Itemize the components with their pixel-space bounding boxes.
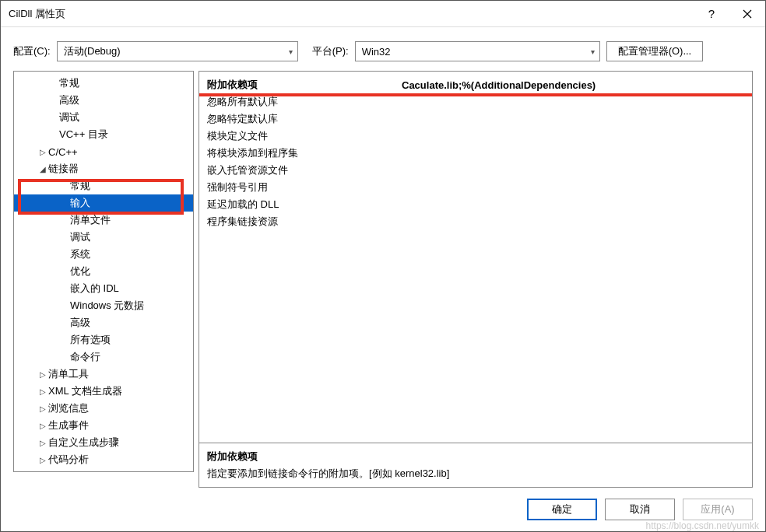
description-box: 附加依赖项 指定要添加到链接命令行的附加项。[例如 kernel32.lib]: [199, 443, 753, 488]
tree-item-label: 自定义生成步骤: [48, 436, 119, 450]
property-row[interactable]: 强制符号引用: [199, 179, 752, 196]
tree-item[interactable]: Windows 元数据: [14, 297, 193, 314]
tree-item-label: 常规: [59, 76, 79, 90]
configuration-manager-button[interactable]: 配置管理器(O)...: [606, 41, 704, 61]
tree-item[interactable]: ▷自定义生成步骤: [14, 434, 193, 451]
property-label: 嵌入托管资源文件: [199, 163, 402, 177]
tree-item-label: 优化: [70, 264, 90, 278]
tree-item-label: 调试: [70, 230, 90, 244]
property-value[interactable]: Caculate.lib;%(AdditionalDependencies): [402, 79, 752, 91]
config-label: 配置(C):: [13, 44, 51, 58]
tree-expand-icon[interactable]: ▷: [37, 370, 48, 379]
close-icon: [743, 9, 752, 19]
property-label: 强制符号引用: [199, 180, 402, 194]
platform-label: 平台(P):: [312, 44, 349, 58]
body: 常规高级调试VC++ 目录▷C/C++◢链接器常规输入清单文件调试系统优化嵌入的…: [1, 65, 765, 488]
tree-item-label: XML 文档生成器: [48, 384, 122, 398]
ok-button[interactable]: 确定: [527, 499, 597, 520]
property-label: 忽略所有默认库: [199, 95, 402, 109]
tree-item-label: 所有选项: [70, 333, 111, 347]
cancel-button[interactable]: 取消: [605, 499, 675, 520]
config-row: 配置(C): 活动(Debug) ▾ 平台(P): Win32 ▾ 配置管理器(…: [1, 27, 765, 65]
navigation-tree[interactable]: 常规高级调试VC++ 目录▷C/C++◢链接器常规输入清单文件调试系统优化嵌入的…: [13, 71, 194, 472]
tree-item-label: VC++ 目录: [59, 128, 108, 142]
tree-item[interactable]: VC++ 目录: [14, 126, 193, 143]
tree-item-label: 链接器: [48, 162, 79, 176]
window-title: CilDll 属性页: [9, 7, 694, 21]
tree-item-label: Windows 元数据: [70, 299, 144, 313]
tree-expand-icon[interactable]: ▷: [37, 456, 48, 464]
description-text: 指定要添加到链接命令行的附加项。[例如 kernel32.lib]: [207, 467, 744, 481]
tree-item[interactable]: ◢链接器: [14, 160, 193, 177]
tree-item[interactable]: ▷生成事件: [14, 417, 193, 434]
tree-item[interactable]: 常规: [14, 75, 193, 92]
tree-item-label: C/C++: [48, 146, 78, 158]
property-row[interactable]: 延迟加载的 DLL: [199, 196, 752, 213]
tree-expand-icon[interactable]: ▷: [37, 422, 48, 430]
description-title: 附加依赖项: [207, 450, 744, 464]
property-label: 将模块添加到程序集: [199, 146, 402, 160]
tree-item-label: 高级: [59, 93, 79, 107]
property-label: 附加依赖项: [199, 78, 402, 92]
tree-expand-icon[interactable]: ▷: [37, 387, 48, 396]
property-row[interactable]: 嵌入托管资源文件: [199, 162, 752, 179]
tree-item-label: 清单文件: [70, 213, 111, 227]
property-row[interactable]: 将模块添加到程序集: [199, 145, 752, 162]
tree-item[interactable]: 输入: [14, 194, 193, 212]
close-button[interactable]: [729, 1, 765, 27]
property-grid[interactable]: 附加依赖项Caculate.lib;%(AdditionalDependenci…: [199, 71, 753, 443]
property-row[interactable]: 忽略所有默认库: [199, 93, 752, 110]
tree-item[interactable]: 命令行: [14, 348, 193, 366]
property-label: 程序集链接资源: [199, 215, 402, 229]
configuration-dropdown[interactable]: 活动(Debug) ▾: [57, 41, 298, 61]
tree-item[interactable]: 嵌入的 IDL: [14, 280, 193, 297]
tree-item[interactable]: ▷XML 文档生成器: [14, 383, 193, 400]
property-page-window: CilDll 属性页 ? 配置(C): 活动(Debug) ▾ 平台(P): W…: [0, 0, 766, 532]
tree-item[interactable]: ▷浏览信息: [14, 400, 193, 417]
tree-item[interactable]: 调试: [14, 229, 193, 246]
chevron-down-icon: ▾: [289, 47, 293, 56]
tree-item[interactable]: 调试: [14, 109, 193, 126]
platform-value: Win32: [362, 46, 391, 58]
help-button[interactable]: ?: [694, 1, 729, 27]
tree-item[interactable]: ▷代码分析: [14, 451, 193, 468]
tree-wrapper: 常规高级调试VC++ 目录▷C/C++◢链接器常规输入清单文件调试系统优化嵌入的…: [13, 71, 194, 488]
tree-item-label: 系统: [70, 247, 90, 261]
tree-expand-icon[interactable]: ▷: [37, 404, 48, 413]
tree-item[interactable]: 清单文件: [14, 212, 193, 229]
tree-item[interactable]: 优化: [14, 263, 193, 280]
tree-item[interactable]: 高级: [14, 92, 193, 109]
tree-item-label: 嵌入的 IDL: [70, 282, 119, 296]
chevron-down-icon: ▾: [591, 47, 595, 56]
property-row[interactable]: 模块定义文件: [199, 128, 752, 145]
tree-item-label: 代码分析: [48, 453, 89, 467]
tree-item[interactable]: 常规: [14, 177, 193, 194]
tree-expand-icon[interactable]: ▷: [37, 439, 48, 447]
tree-item-label: 浏览信息: [48, 401, 89, 415]
property-label: 忽略特定默认库: [199, 112, 402, 126]
apply-button: 应用(A): [683, 499, 753, 520]
tree-expand-icon[interactable]: ▷: [37, 148, 48, 156]
tree-item-label: 常规: [70, 179, 90, 193]
dialog-buttons: 确定 取消 应用(A): [1, 488, 765, 531]
tree-item-label: 调试: [59, 110, 79, 124]
tree-item[interactable]: 高级: [14, 314, 193, 331]
tree-item[interactable]: 所有选项: [14, 331, 193, 348]
property-row[interactable]: 附加依赖项Caculate.lib;%(AdditionalDependenci…: [199, 76, 752, 93]
tree-item-label: 生成事件: [48, 418, 89, 432]
property-row[interactable]: 忽略特定默认库: [199, 110, 752, 128]
tree-item[interactable]: ▷C/C++: [14, 143, 193, 160]
tree-item-label: 输入: [70, 196, 90, 210]
tree-item[interactable]: ▷清单工具: [14, 366, 193, 383]
tree-item-label: 高级: [70, 316, 90, 330]
tree-expand-icon[interactable]: ◢: [37, 165, 48, 173]
tree-item[interactable]: 系统: [14, 246, 193, 263]
titlebar: CilDll 属性页 ?: [1, 1, 765, 27]
property-row[interactable]: 程序集链接资源: [199, 213, 752, 230]
tree-item-label: 命令行: [70, 350, 100, 364]
configuration-value: 活动(Debug): [64, 44, 121, 58]
tree-item-label: 清单工具: [48, 367, 89, 381]
property-label: 模块定义文件: [199, 129, 402, 143]
platform-dropdown[interactable]: Win32 ▾: [355, 41, 600, 61]
right-pane: 附加依赖项Caculate.lib;%(AdditionalDependenci…: [199, 71, 753, 488]
